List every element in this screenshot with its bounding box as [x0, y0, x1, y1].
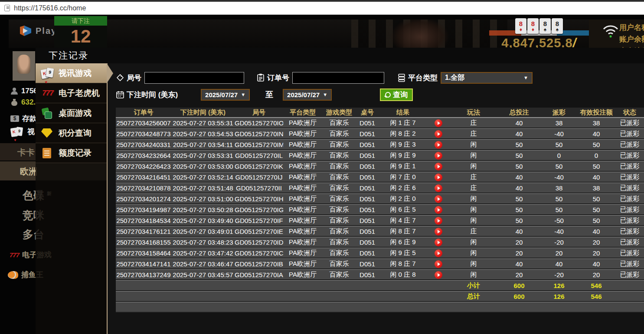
dollar-icon: $	[10, 115, 19, 122]
playing-card: 8♠	[552, 18, 563, 34]
subtotal-payout: 126	[541, 280, 577, 291]
subtotal-row: 小计 600 126 546	[116, 280, 644, 291]
column-header	[427, 108, 450, 118]
round-tag-icon	[116, 73, 124, 82]
money-bag-icon	[11, 99, 18, 106]
replay-play-icon[interactable]	[435, 239, 442, 246]
cell-order-number: 250727034210878	[116, 183, 171, 193]
wifi-signal-icon	[601, 23, 620, 38]
replay-play-icon[interactable]	[435, 217, 442, 225]
sidebar-filler	[36, 163, 107, 334]
tab-slots[interactable]: 777 电子老虎机	[36, 83, 107, 103]
cell-payout: 50	[541, 204, 577, 215]
tab-credit-records[interactable]: 额度记录	[36, 143, 107, 163]
cell-table-number: D051	[356, 128, 379, 139]
cell-game-type: 百家乐	[322, 128, 356, 139]
replay-play-icon[interactable]	[435, 206, 442, 214]
tab-points-query[interactable]: 积分查询	[36, 123, 107, 143]
replay-play-icon[interactable]	[435, 249, 442, 257]
date-to-select[interactable]: 2025/07/27 ▼	[283, 89, 332, 101]
replay-play-icon[interactable]	[435, 119, 442, 127]
cell-bet-side: 闲	[450, 139, 497, 150]
cell-round-number: GD051257270IB	[235, 259, 283, 269]
cell-table-number: D051	[356, 193, 379, 204]
cell-status: 已派彩	[615, 161, 644, 172]
replay-play-icon[interactable]	[435, 260, 442, 268]
cell-platform: PA欧洲厅	[283, 139, 322, 150]
cell-result: 闲 0 庄 8	[379, 269, 427, 280]
replay-play-icon[interactable]	[435, 195, 442, 203]
total-label: 总计	[450, 291, 497, 302]
cell-table-number: D051	[356, 139, 379, 150]
cell-replay	[427, 259, 450, 269]
cell-payout: -20	[541, 237, 577, 248]
cell-total-bet: 40	[497, 183, 541, 193]
replay-play-icon[interactable]	[435, 228, 442, 236]
bet-table-row: 250727034147141 2025-07-27 03:46:47 GD05…	[116, 259, 644, 269]
round-input[interactable]	[144, 72, 244, 84]
cell-total-bet: 50	[497, 215, 541, 226]
tab-table-games[interactable]: 桌面游戏	[36, 103, 107, 123]
cell-valid-bet: 40	[577, 172, 615, 183]
cell-total-bet: 50	[497, 150, 541, 161]
cell-platform: PA欧洲厅	[283, 248, 322, 259]
cell-bet-time: 2025-07-27 03:52:14	[171, 172, 235, 183]
column-header: 结果	[379, 108, 427, 118]
playing-card: 8♦	[527, 18, 539, 34]
cell-round-number: GD051257270II	[235, 183, 283, 193]
bet-table-row: 250727034201274 2025-07-27 03:51:00 GD05…	[116, 193, 644, 204]
browser-url-bar[interactable]: https://175616.cc/home	[0, 2, 644, 15]
search-button[interactable]: 查询	[380, 88, 413, 101]
playace-logo-icon	[19, 25, 32, 36]
cell-result: 闲 8 庄 2	[379, 128, 427, 139]
replay-play-icon[interactable]	[435, 130, 442, 138]
date-from-select[interactable]: 2025/07/27 ▼	[201, 89, 250, 101]
deposit-button[interactable]: $ 存款	[10, 114, 37, 124]
column-header: 状态	[615, 108, 644, 118]
cell-valid-bet: 38	[577, 183, 615, 193]
cell-status: 已派彩	[615, 248, 644, 259]
modal-content: 局号 订单号 平台类型 1	[108, 63, 644, 334]
sidebar-item-video[interactable]: K♥9 视	[11, 127, 35, 137]
cell-game-type: 百家乐	[322, 139, 356, 150]
info-label-username: 用户名称	[619, 22, 644, 33]
cell-round-number: GD051257270IA	[235, 269, 283, 280]
cell-platform: PA欧洲厅	[283, 215, 322, 226]
order-input[interactable]	[292, 72, 384, 84]
replay-play-icon[interactable]	[435, 271, 442, 279]
cell-order-number: 250727034232664	[116, 150, 171, 161]
cell-replay	[427, 193, 450, 204]
cell-status: 已派彩	[615, 128, 644, 139]
cell-platform: PA欧洲厅	[283, 193, 322, 204]
cell-bet-time: 2025-07-27 03:51:48	[171, 183, 235, 193]
credit-doc-icon	[42, 148, 51, 158]
cell-payout: 50	[541, 139, 577, 150]
bet-table-header-row: 订单号下注时间 (美东)局号平台类型游戏类型桌号结果玩法总投注派彩有效投注额状态	[116, 108, 644, 118]
cell-payout: 50	[541, 161, 577, 172]
cell-order-number: 250727034194987	[116, 204, 171, 215]
cell-replay	[427, 139, 450, 150]
filter-row-1: 局号 订单号 平台类型 1	[116, 71, 644, 84]
cell-total-bet: 40	[497, 118, 541, 128]
replay-play-icon[interactable]	[435, 163, 442, 170]
cell-result: 闲 8 庄 7	[379, 226, 427, 237]
cell-game-type: 百家乐	[322, 237, 356, 248]
subtotal-bet: 600	[497, 280, 541, 291]
subtotal-label: 小计	[450, 280, 497, 291]
playing-card: 8♦	[515, 18, 526, 34]
replay-play-icon[interactable]	[435, 152, 442, 160]
round-label: 局号	[127, 73, 141, 83]
replay-play-icon[interactable]	[435, 174, 442, 181]
cell-bet-time: 2025-07-27 03:47:42	[171, 248, 235, 259]
replay-play-icon[interactable]	[435, 141, 442, 149]
search-icon	[385, 92, 391, 98]
cell-total-bet: 50	[497, 161, 541, 172]
platform-select[interactable]: 1.全部 ▼	[441, 72, 533, 84]
cell-replay	[427, 237, 450, 248]
tab-video-games[interactable]: K♥9 视讯游戏	[36, 63, 107, 83]
cell-bet-side: 闲	[450, 237, 497, 248]
column-header: 平台类型	[283, 108, 322, 118]
cell-status: 已派彩	[615, 193, 644, 204]
replay-play-icon[interactable]	[435, 184, 442, 192]
url-text[interactable]: https://175616.cc/home	[14, 4, 86, 12]
